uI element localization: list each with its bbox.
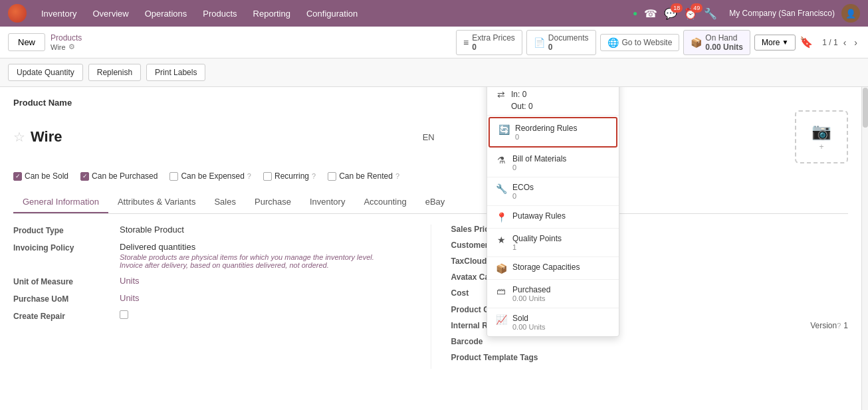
can-be-rented-help-icon[interactable]: ? bbox=[395, 172, 399, 180]
version-help-icon[interactable]: ? bbox=[837, 322, 841, 330]
documents-button[interactable]: 📄 Documents 0 bbox=[526, 30, 596, 55]
breadcrumb-parent[interactable]: Products bbox=[51, 33, 82, 43]
dropdown-putaway[interactable]: 📍 Putaway Rules bbox=[487, 206, 619, 229]
lang-indicator[interactable]: EN bbox=[423, 132, 435, 142]
can-be-rented-check[interactable]: Can be Rented ? bbox=[328, 171, 399, 181]
goto-website-button[interactable]: 🌐 Go to Website bbox=[600, 34, 680, 51]
tab-inventory[interactable]: Inventory bbox=[300, 191, 354, 213]
can-be-purchased-checkbox[interactable] bbox=[80, 172, 89, 181]
dropdown-bom[interactable]: ⚗ Bill of Materials 0 bbox=[487, 149, 619, 177]
product-name-label: Product Name bbox=[13, 98, 848, 108]
clock-icon[interactable]: ⏰49 bbox=[684, 7, 697, 20]
recurring-checkbox[interactable] bbox=[263, 172, 272, 181]
can-be-sold-checkbox[interactable] bbox=[13, 172, 22, 181]
extra-prices-label: Extra Prices bbox=[472, 33, 515, 43]
unit-of-measure-label: Unit of Measure bbox=[13, 276, 120, 286]
checkboxes-row: Can be Sold Can be Purchased Can be Expe… bbox=[13, 171, 848, 181]
dropdown-quality[interactable]: ★ Quality Points 1 bbox=[487, 229, 619, 257]
purchased-label: Purchased bbox=[512, 285, 550, 294]
pagination-count: 1 / 1 bbox=[822, 38, 837, 47]
new-button[interactable]: New bbox=[8, 33, 45, 51]
phone-icon[interactable]: ☎ bbox=[644, 7, 657, 20]
scroll-thumb[interactable] bbox=[863, 88, 868, 128]
product-image[interactable]: 📷 + bbox=[795, 110, 848, 163]
tab-general-information[interactable]: General Information bbox=[13, 191, 108, 213]
nav-operations[interactable]: Operations bbox=[138, 6, 194, 21]
bookmark-icon[interactable]: 🔖 bbox=[800, 36, 813, 49]
purchase-uom-label: Purchase UoM bbox=[13, 293, 120, 304]
nav-products[interactable]: Products bbox=[196, 6, 243, 21]
documents-count: 0 bbox=[548, 43, 553, 52]
odoo-logo[interactable] bbox=[8, 4, 27, 23]
putaway-content: Putaway Rules bbox=[512, 211, 566, 221]
nav-reporting[interactable]: Reporting bbox=[247, 6, 297, 21]
chat-badge: 18 bbox=[671, 3, 683, 13]
version-label: Version bbox=[810, 321, 837, 330]
unit-of-measure-value[interactable]: Units bbox=[120, 276, 140, 286]
quality-label: Quality Points bbox=[512, 234, 562, 243]
tab-ebay[interactable]: eBay bbox=[416, 191, 455, 213]
putaway-icon: 📍 bbox=[495, 212, 507, 223]
tab-purchase[interactable]: Purchase bbox=[245, 191, 300, 213]
company-name: My Company (San Francisco) bbox=[729, 9, 835, 18]
scrollbar[interactable] bbox=[861, 87, 868, 410]
purchased-content: Purchased 0.00 Units bbox=[512, 285, 550, 302]
wrench-icon[interactable]: 🔧 bbox=[704, 7, 717, 20]
update-quantity-button[interactable]: Update Quantity bbox=[8, 64, 83, 81]
tabs: General Information Attributes & Variant… bbox=[13, 191, 848, 214]
favorite-star-icon[interactable]: ☆ bbox=[13, 129, 25, 145]
bom-count: 0 bbox=[512, 163, 566, 171]
invoicing-hint2: Invoice after delivery, based on quantit… bbox=[120, 261, 374, 269]
box-icon: 📦 bbox=[691, 37, 702, 48]
storage-label: Storage Capacities bbox=[512, 262, 580, 272]
nav-overview[interactable]: Overview bbox=[86, 6, 135, 21]
sold-icon: 📈 bbox=[495, 314, 507, 325]
dropdown-ecos[interactable]: 🔧 ECOs 0 bbox=[487, 177, 619, 206]
recurring-check[interactable]: Recurring ? bbox=[263, 171, 316, 181]
sold-label: Sold bbox=[512, 314, 546, 323]
gear-icon[interactable]: ⚙ bbox=[68, 43, 75, 51]
recurring-help-icon[interactable]: ? bbox=[312, 172, 316, 180]
reordering-count: 0 bbox=[515, 133, 577, 141]
can-be-purchased-check[interactable]: Can be Purchased bbox=[80, 171, 158, 181]
nav-inventory[interactable]: Inventory bbox=[35, 6, 83, 21]
replenish-button[interactable]: Replenish bbox=[88, 64, 141, 81]
can-be-expensed-check[interactable]: Can be Expensed ? bbox=[169, 171, 251, 181]
print-labels-button[interactable]: Print Labels bbox=[146, 64, 205, 81]
more-chevron-icon: ▼ bbox=[782, 39, 788, 46]
can-be-expensed-checkbox[interactable] bbox=[169, 172, 178, 181]
out-label: Out: 0 bbox=[511, 102, 533, 111]
create-repair-checkbox[interactable] bbox=[120, 310, 128, 319]
barcode-field: Barcode bbox=[451, 337, 849, 346]
dropdown-purchased[interactable]: 🗃 Purchased 0.00 Units bbox=[487, 280, 619, 308]
extra-prices-button[interactable]: ≡ Extra Prices 0 bbox=[456, 30, 522, 55]
clock-badge: 49 bbox=[691, 3, 703, 13]
invoicing-policy-value[interactable]: Delivered quantities bbox=[120, 242, 374, 252]
template-tags-label: Product Template Tags bbox=[451, 353, 544, 362]
invoicing-hint1: Storable products are physical items for… bbox=[120, 253, 374, 261]
dropdown-storage[interactable]: 📦 Storage Capacities bbox=[487, 257, 619, 280]
breadcrumb-current: Wire bbox=[51, 43, 66, 51]
dropdown-reordering-rules[interactable]: 🔄 Reordering Rules 0 bbox=[488, 117, 617, 148]
chat-icon[interactable]: 💬18 bbox=[664, 7, 677, 20]
can-be-expensed-help-icon[interactable]: ? bbox=[247, 172, 251, 180]
user-avatar[interactable]: 👤 bbox=[841, 4, 860, 23]
purchase-uom-value[interactable]: Units bbox=[120, 293, 140, 303]
can-be-sold-check[interactable]: Can be Sold bbox=[13, 171, 68, 181]
in-label: In: 0 bbox=[511, 90, 526, 99]
next-page-button[interactable]: › bbox=[851, 36, 860, 49]
dropdown-sold[interactable]: 📈 Sold 0.00 Units bbox=[487, 308, 619, 336]
on-hand-button[interactable]: 📦 On Hand 0.00 Units bbox=[683, 30, 750, 55]
product-type-label: Product Type bbox=[13, 225, 120, 235]
tab-attributes-variants[interactable]: Attributes & Variants bbox=[108, 191, 205, 213]
product-type-value[interactable]: Storable Product bbox=[120, 225, 184, 235]
more-button[interactable]: More ▼ bbox=[754, 35, 796, 51]
nav-configuration[interactable]: Configuration bbox=[300, 6, 364, 21]
can-be-rented-checkbox[interactable] bbox=[328, 172, 336, 181]
purchase-uom-field: Purchase UoM Units bbox=[13, 293, 411, 304]
tab-sales[interactable]: Sales bbox=[205, 191, 245, 213]
product-type-field: Product Type Storable Product bbox=[13, 225, 411, 235]
tab-accounting[interactable]: Accounting bbox=[354, 191, 415, 213]
ecos-content: ECOs 0 bbox=[512, 183, 534, 200]
prev-page-button[interactable]: ‹ bbox=[841, 36, 849, 49]
